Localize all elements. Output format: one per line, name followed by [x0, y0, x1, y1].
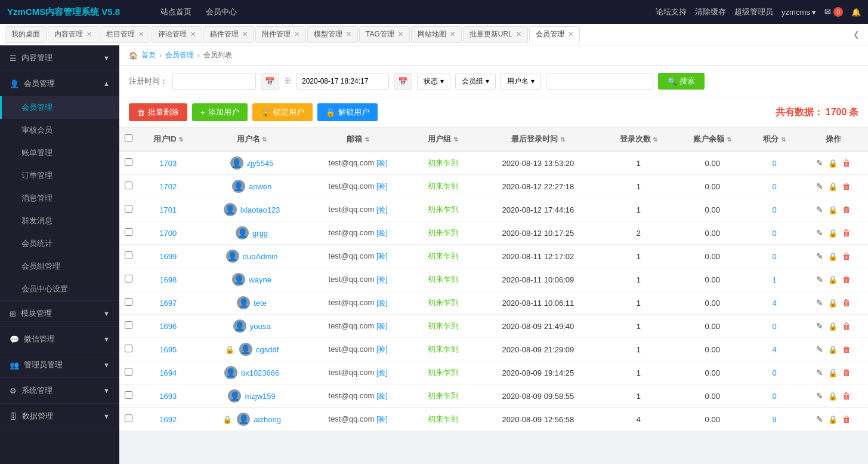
sort-icon[interactable]: ⇅ — [727, 136, 731, 143]
user-id-7[interactable]: 1696 — [159, 322, 177, 331]
tab-close-icon[interactable]: ✕ — [87, 30, 92, 38]
row-checkbox-9[interactable] — [125, 368, 132, 376]
tab-item-4[interactable]: 稿件管理 ✕ — [203, 26, 254, 43]
user-group-5[interactable]: 初来乍到 — [428, 275, 459, 284]
score-9[interactable]: 0 — [772, 368, 776, 377]
score-0[interactable]: 0 — [772, 159, 776, 168]
user-id-0[interactable]: 1703 — [159, 159, 177, 168]
tab-item-8[interactable]: 网站地图 ✕ — [411, 26, 462, 43]
score-11[interactable]: 9 — [772, 415, 776, 424]
breadcrumb-member-mgmt[interactable]: 会员管理 — [165, 50, 194, 60]
username-6[interactable]: tete — [254, 299, 267, 308]
username-5[interactable]: wayne — [249, 275, 271, 284]
breadcrumb-home[interactable]: 首页 — [141, 50, 156, 60]
lock-action-icon-11[interactable]: 🔒 — [828, 415, 838, 424]
lock-action-icon-1[interactable]: 🔒 — [828, 182, 838, 191]
nav-link-0[interactable]: 站点首页 — [160, 7, 191, 17]
verify-link-10[interactable]: [验] — [376, 392, 388, 400]
username-9[interactable]: bx1023666 — [241, 368, 279, 377]
user-group-4[interactable]: 初来乍到 — [428, 251, 459, 260]
user-group-10[interactable]: 初来乍到 — [428, 391, 459, 400]
tab-item-6[interactable]: 模型管理 ✕ — [307, 26, 358, 43]
delete-icon-5[interactable]: 🗑 — [842, 275, 851, 284]
lock-action-icon-4[interactable]: 🔒 — [828, 252, 838, 261]
sort-icon[interactable]: ⇅ — [365, 136, 369, 143]
select-all-checkbox[interactable] — [125, 134, 132, 142]
verify-link-7[interactable]: [验] — [376, 322, 388, 330]
batch-delete-btn[interactable]: 🗑 批量删除 — [129, 103, 187, 121]
username-search-input[interactable] — [546, 73, 653, 90]
user-id-4[interactable]: 1699 — [159, 252, 177, 261]
tab-item-5[interactable]: 附件管理 ✕ — [255, 26, 306, 43]
unlock-user-btn[interactable]: 🔓 解锁用户 — [317, 103, 378, 121]
lock-user-btn[interactable]: 🔒 锁定用户 — [252, 103, 313, 121]
lock-action-icon-6[interactable]: 🔒 — [828, 299, 838, 308]
status-select[interactable]: 状态 ▾ — [417, 73, 450, 90]
user-group-7[interactable]: 初来乍到 — [428, 321, 459, 330]
user-id-8[interactable]: 1695 — [159, 345, 177, 354]
user-group-1[interactable]: 初来乍到 — [428, 182, 459, 190]
username-2[interactable]: lxiaotao123 — [240, 205, 280, 214]
verify-link-0[interactable]: [验] — [376, 159, 388, 167]
user-group-6[interactable]: 初来乍到 — [428, 298, 459, 307]
user-id-5[interactable]: 1698 — [159, 275, 177, 284]
verify-link-3[interactable]: [验] — [376, 229, 388, 237]
sidebar-item-1-0[interactable]: 会员管理 — [0, 96, 119, 119]
verify-link-4[interactable]: [验] — [376, 252, 388, 260]
row-checkbox-4[interactable] — [125, 251, 132, 259]
score-3[interactable]: 0 — [772, 229, 776, 238]
tab-close-icon[interactable]: ✕ — [450, 30, 455, 38]
sidebar-item-1-6[interactable]: 会员统计 — [0, 232, 119, 255]
row-checkbox-0[interactable] — [125, 158, 132, 166]
username-select[interactable]: 用户名 ▾ — [501, 73, 541, 90]
verify-link-1[interactable]: [验] — [376, 182, 388, 190]
end-date-calendar-btn[interactable]: 📅 — [394, 73, 412, 90]
row-checkbox-11[interactable] — [125, 414, 132, 422]
tab-item-2[interactable]: 栏目管理 ✕ — [100, 26, 150, 43]
delete-icon-0[interactable]: 🗑 — [842, 158, 851, 168]
user-group-8[interactable]: 初来乍到 — [428, 345, 459, 354]
tab-item-10[interactable]: 会员管理 ✕ — [529, 26, 580, 43]
tab-close-icon[interactable]: ✕ — [516, 30, 521, 38]
lock-action-icon-9[interactable]: 🔒 — [828, 368, 838, 377]
edit-icon-8[interactable]: ✎ — [816, 345, 823, 354]
score-6[interactable]: 4 — [772, 299, 776, 308]
sidebar-item-1-3[interactable]: 订单管理 — [0, 164, 119, 187]
sort-icon[interactable]: ⇅ — [653, 136, 657, 143]
settings-icon[interactable]: 🔔 — [851, 8, 861, 17]
edit-icon-10[interactable]: ✎ — [816, 391, 823, 401]
start-date-calendar-btn[interactable]: 📅 — [261, 73, 279, 90]
delete-icon-11[interactable]: 🗑 — [842, 414, 851, 424]
lock-action-icon-3[interactable]: 🔒 — [828, 229, 838, 238]
score-8[interactable]: 4 — [772, 345, 776, 354]
verify-link-8[interactable]: [验] — [376, 345, 388, 354]
username-dropdown[interactable]: yzmcms ▾ — [781, 8, 816, 17]
lock-action-icon-10[interactable]: 🔒 — [828, 392, 838, 401]
username-7[interactable]: yousa — [250, 322, 271, 331]
sidebar-header-1[interactable]: 👤会员管理▲ — [0, 71, 119, 96]
add-user-btn[interactable]: + 添加用户 — [192, 103, 248, 121]
score-2[interactable]: 0 — [772, 205, 776, 214]
score-1[interactable]: 0 — [772, 182, 776, 191]
sidebar-item-1-7[interactable]: 会员组管理 — [0, 255, 119, 278]
user-group-11[interactable]: 初来乍到 — [428, 414, 459, 423]
sidebar-item-1-2[interactable]: 账单管理 — [0, 142, 119, 164]
user-id-2[interactable]: 1701 — [159, 205, 177, 214]
start-date-input[interactable] — [172, 73, 256, 90]
sidebar-item-1-4[interactable]: 消息管理 — [0, 187, 119, 210]
user-id-11[interactable]: 1692 — [159, 415, 177, 424]
sidebar-header-0[interactable]: ☰内容管理▼ — [0, 45, 119, 70]
username-0[interactable]: zjy5545 — [247, 159, 274, 168]
sidebar-item-1-5[interactable]: 群发消息 — [0, 210, 119, 232]
nav-link-1[interactable]: 会员中心 — [206, 7, 237, 17]
delete-icon-4[interactable]: 🗑 — [842, 251, 851, 261]
tab-item-3[interactable]: 评论管理 ✕ — [152, 26, 202, 43]
sort-icon[interactable]: ⇅ — [781, 136, 786, 143]
score-5[interactable]: 1 — [772, 275, 776, 284]
edit-icon-2[interactable]: ✎ — [816, 205, 823, 214]
username-1[interactable]: anwen — [249, 182, 271, 191]
edit-icon-0[interactable]: ✎ — [816, 158, 823, 168]
row-checkbox-2[interactable] — [125, 205, 132, 213]
verify-link-5[interactable]: [验] — [376, 275, 388, 284]
clear-cache-btn[interactable]: 清除缓存 — [695, 7, 726, 17]
